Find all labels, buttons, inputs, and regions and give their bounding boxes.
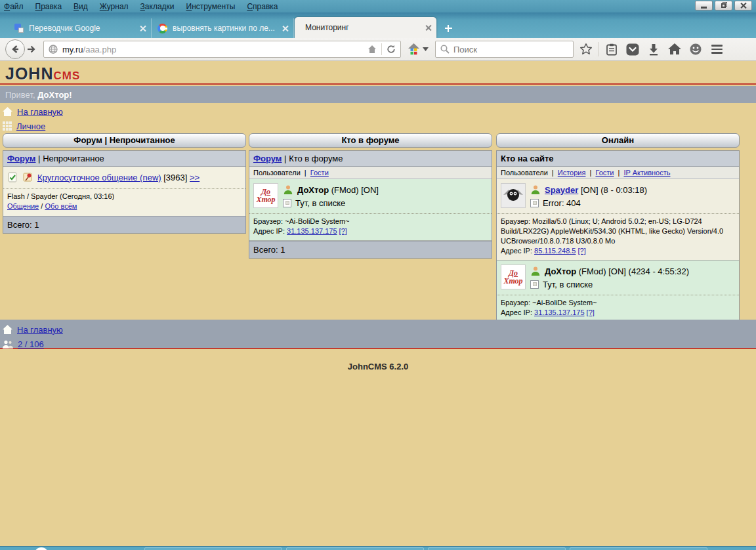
quick-nav: На главную Личное (3, 104, 63, 133)
logo-john: JOHN (5, 64, 53, 83)
topic-more-link[interactable]: >> (190, 173, 200, 182)
url-bar[interactable]: my.ru/aaa.php (43, 41, 401, 58)
new-tab-button[interactable] (440, 20, 457, 36)
tab-close-icon[interactable] (282, 25, 288, 32)
menu-view[interactable]: Вид (74, 2, 88, 11)
filter-ip-activity-link[interactable]: IP Активность (623, 169, 670, 177)
total-row: Всего: 1 (3, 216, 245, 233)
back-icon (10, 44, 20, 54)
bookmarks-panel-button[interactable] (603, 41, 620, 58)
taskbar[interactable] (0, 546, 756, 550)
search-box[interactable] (435, 41, 574, 58)
taskbar-button[interactable] (428, 547, 566, 550)
ip-link[interactable]: 31.135.137.175 (534, 308, 584, 316)
ip-link[interactable]: 85.115.248.5 (534, 247, 576, 255)
checkbox-icon[interactable] (530, 280, 539, 289)
filter-guests-link[interactable]: Гости (310, 169, 329, 177)
search-input[interactable] (453, 45, 569, 54)
forward-icon (26, 44, 36, 54)
checkbox-icon[interactable] (530, 199, 539, 207)
panel-title: Форум | Непрочитанное (3, 133, 246, 148)
screen: Файл Правка Вид Журнал Закладки Инструме… (0, 0, 756, 550)
user-status: Error: 404 (543, 198, 581, 208)
downloads-button[interactable] (645, 41, 662, 58)
tab-google-translate[interactable]: Переводчик Google (9, 18, 152, 38)
taskbar-button[interactable] (286, 547, 424, 550)
taskbar-button[interactable] (570, 547, 707, 550)
home-button[interactable] (666, 41, 683, 58)
back-button[interactable] (5, 39, 25, 59)
user-browser: Mozilla/5.0 (Linux; U; Android 5.0.2; en… (501, 217, 723, 245)
hello-chat-button[interactable] (687, 41, 704, 58)
close-icon (740, 2, 747, 9)
username-link[interactable]: Spayder (545, 185, 578, 195)
grid-icon (3, 121, 12, 131)
page-content: JOHNCMS Привет, ДоХтор! На главную Лично… (0, 61, 756, 546)
ip-help-link[interactable]: [?] (578, 247, 586, 255)
tab-close-icon[interactable] (139, 25, 146, 32)
menu-tools[interactable]: Инструменты (186, 2, 236, 11)
ip-link[interactable]: 31.135.137.175 (287, 227, 337, 235)
user-card-dohtor: До Хтор ДоХтор (FMod) [ON] (4234 - 4:55:… (497, 261, 739, 322)
taskbar-button[interactable] (144, 547, 282, 550)
menu-bookmarks[interactable]: Закладки (140, 2, 175, 11)
tab-close-icon[interactable] (425, 24, 431, 31)
topic-link[interactable]: Круглосуточное общение (new) (37, 173, 161, 182)
logo-cms: CMS (53, 70, 80, 82)
reload-icon[interactable] (386, 44, 396, 54)
personal-link[interactable]: Личное (16, 121, 45, 131)
forum-link[interactable]: Форум (7, 154, 35, 163)
user-status: Тут, в списке (543, 280, 593, 289)
filter-guests-link[interactable]: Гости (595, 169, 614, 177)
bookmark-star-button[interactable] (578, 41, 595, 58)
site-header: JOHNCMS (0, 61, 756, 85)
nav-personal-row: Личное (3, 119, 63, 133)
avatar[interactable] (501, 183, 526, 208)
bat-creature-icon (502, 186, 524, 205)
filter-history-link[interactable]: История (558, 169, 586, 177)
avatar[interactable]: До Хтор (501, 264, 526, 289)
start-button[interactable] (34, 547, 49, 550)
menu-edit[interactable]: Правка (35, 2, 62, 11)
user-browser: ~Ai-BoliDe System~ (532, 299, 597, 307)
url-input[interactable]: my.ru/aaa.php (62, 45, 363, 54)
search-icon (440, 44, 450, 54)
panel-title: Кто в форуме (249, 133, 492, 148)
forum-link[interactable]: Форум (253, 154, 282, 163)
checkbox-icon[interactable] (283, 199, 291, 207)
menu-file[interactable]: Файл (4, 2, 24, 11)
subcategory-link[interactable]: Обо всём (45, 202, 77, 210)
page-footer: На главную 2 / 106 (0, 320, 756, 349)
menu-history[interactable]: Журнал (100, 2, 129, 11)
breadcrumb: Кто на сайте (497, 151, 739, 167)
avatar[interactable]: До Хтор (253, 183, 278, 208)
ip-help-link[interactable]: [?] (587, 308, 595, 316)
pocket-button[interactable] (624, 41, 641, 58)
online-counter-link[interactable]: 2 / 106 (18, 339, 44, 349)
home-gray-icon[interactable] (367, 44, 377, 54)
menu-help[interactable]: Справка (247, 2, 278, 11)
window-controls (695, 1, 752, 11)
navigation-toolbar: my.ru/aaa.php (0, 38, 756, 61)
home-link[interactable]: На главную (17, 107, 63, 117)
check-page-icon[interactable] (7, 172, 18, 182)
tab-google-search[interactable]: выровнять картинки по ле... (152, 18, 294, 38)
pin-page-icon[interactable] (22, 172, 33, 182)
user-card-spayder: Spayder [ON] (8 - 0:03:18) Error: 404 Бр… (497, 179, 739, 261)
ip-help-link[interactable]: [?] (339, 227, 347, 235)
filter-row: Пользователи | История | Гости | IP Акти… (497, 167, 739, 179)
menu-button[interactable] (708, 41, 725, 58)
footer-home-link[interactable]: На главную (17, 325, 63, 335)
clipboard-icon (606, 43, 618, 56)
close-button[interactable] (734, 1, 752, 11)
panel-title: Онлайн (496, 133, 740, 148)
minimize-button[interactable] (695, 1, 713, 11)
colorful-home-button[interactable] (405, 41, 431, 58)
category-link[interactable]: Общение (7, 202, 39, 210)
divider (598, 42, 599, 56)
filter-users: Пользователи (253, 169, 301, 177)
divider (381, 43, 382, 55)
restore-button[interactable] (715, 1, 732, 11)
greeting-bar: Привет, ДоХтор! (0, 86, 756, 103)
tab-monitoring[interactable]: Мониторинг (295, 17, 436, 38)
